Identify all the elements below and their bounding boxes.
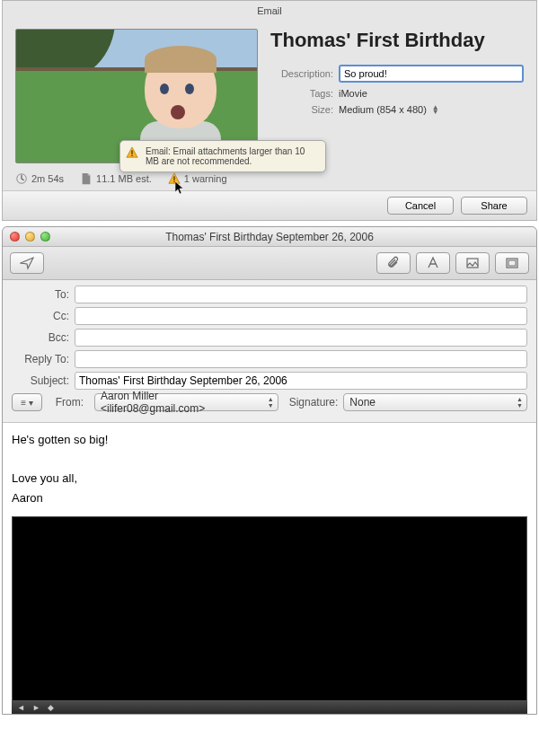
tags-value: iMovie bbox=[339, 88, 367, 99]
subject-field[interactable] bbox=[75, 372, 527, 390]
to-field[interactable] bbox=[75, 286, 527, 303]
svg-rect-0 bbox=[131, 150, 132, 154]
from-popup[interactable]: Aaron Miller <ilifer08@gmail.com> ▲▼ bbox=[94, 393, 278, 411]
stationery-button[interactable] bbox=[495, 252, 529, 274]
filesize-status: 11.1 MB est. bbox=[80, 172, 152, 185]
zoom-window-button[interactable] bbox=[40, 232, 50, 242]
header-fields: To: Cc: Bcc: Reply To: Subject: ≡ ▾ From… bbox=[3, 280, 536, 423]
compose-toolbar bbox=[3, 247, 536, 280]
sheet-title: Email bbox=[3, 1, 536, 18]
fonts-button[interactable] bbox=[416, 252, 450, 274]
font-icon bbox=[426, 256, 440, 270]
warning-tooltip: Email: Email attachments larger than 10 … bbox=[119, 140, 326, 172]
body-line: Love you all, bbox=[12, 470, 527, 487]
duration-status: 2m 54s bbox=[15, 172, 64, 185]
bcc-field[interactable] bbox=[75, 329, 527, 347]
stationery-icon bbox=[505, 256, 519, 270]
play-icon[interactable]: ► bbox=[32, 704, 40, 712]
svg-rect-4 bbox=[173, 176, 174, 180]
cursor-icon bbox=[175, 181, 186, 196]
body-line bbox=[12, 452, 527, 468]
marker-icon[interactable]: ◆ bbox=[48, 704, 54, 712]
warning-icon bbox=[126, 146, 138, 159]
paper-plane-icon bbox=[20, 256, 34, 270]
description-label: Description: bbox=[270, 68, 339, 79]
document-icon bbox=[80, 172, 93, 185]
header-options-button[interactable]: ≡ ▾ bbox=[12, 393, 42, 411]
body-line: Aaron bbox=[12, 490, 527, 506]
cancel-button[interactable]: Cancel bbox=[387, 197, 454, 215]
titlebar[interactable]: Thomas' First Birthday September 26, 200… bbox=[3, 227, 536, 247]
stepper-icon: ▲▼ bbox=[432, 105, 439, 114]
close-window-button[interactable] bbox=[10, 232, 20, 242]
video-controls[interactable]: ◄ ► ◆ bbox=[12, 701, 527, 714]
cc-field[interactable] bbox=[75, 307, 527, 325]
signature-label: Signature: bbox=[284, 396, 339, 409]
tags-label: Tags: bbox=[270, 88, 339, 99]
reply-to-field[interactable] bbox=[75, 350, 527, 368]
clock-icon bbox=[15, 172, 28, 185]
window-title: Thomas' First Birthday September 26, 200… bbox=[3, 231, 536, 243]
paperclip-icon bbox=[386, 256, 401, 270]
share-button[interactable]: Share bbox=[461, 197, 527, 215]
body-line: He's gotten so big! bbox=[12, 432, 527, 448]
send-button[interactable] bbox=[10, 252, 44, 274]
photo-browser-button[interactable] bbox=[455, 252, 490, 274]
attach-button[interactable] bbox=[376, 252, 411, 274]
sheet-button-row: Cancel Share bbox=[3, 190, 536, 220]
cc-label: Cc: bbox=[12, 310, 75, 322]
svg-rect-8 bbox=[508, 260, 516, 266]
to-label: To: bbox=[12, 288, 75, 301]
description-input[interactable] bbox=[339, 65, 524, 83]
mail-compose-window: Thomas' First Birthday September 26, 200… bbox=[2, 226, 537, 715]
size-popup[interactable]: Medium (854 x 480) ▲▼ bbox=[339, 104, 439, 115]
message-body[interactable]: He's gotten so big! Love you all, Aaron … bbox=[3, 423, 536, 714]
signature-popup[interactable]: None ▲▼ bbox=[343, 393, 527, 411]
from-label: From: bbox=[48, 396, 89, 409]
bcc-label: Bcc: bbox=[12, 331, 75, 344]
chevron-updown-icon: ▲▼ bbox=[268, 396, 274, 409]
size-label: Size: bbox=[270, 104, 339, 115]
svg-rect-1 bbox=[131, 155, 132, 156]
prev-icon[interactable]: ◄ bbox=[17, 704, 25, 712]
video-attachment[interactable] bbox=[12, 516, 527, 701]
warning-status[interactable]: 1 warning bbox=[168, 172, 227, 185]
photo-icon bbox=[465, 256, 480, 270]
email-share-sheet: Email Thomas' First Birthday Description… bbox=[2, 0, 537, 221]
subject-label: Subject: bbox=[12, 374, 75, 387]
chevron-updown-icon: ▲▼ bbox=[517, 396, 523, 409]
reply-to-label: Reply To: bbox=[12, 353, 75, 365]
movie-title: Thomas' First Birthday bbox=[270, 29, 524, 52]
minimize-window-button[interactable] bbox=[25, 232, 35, 242]
